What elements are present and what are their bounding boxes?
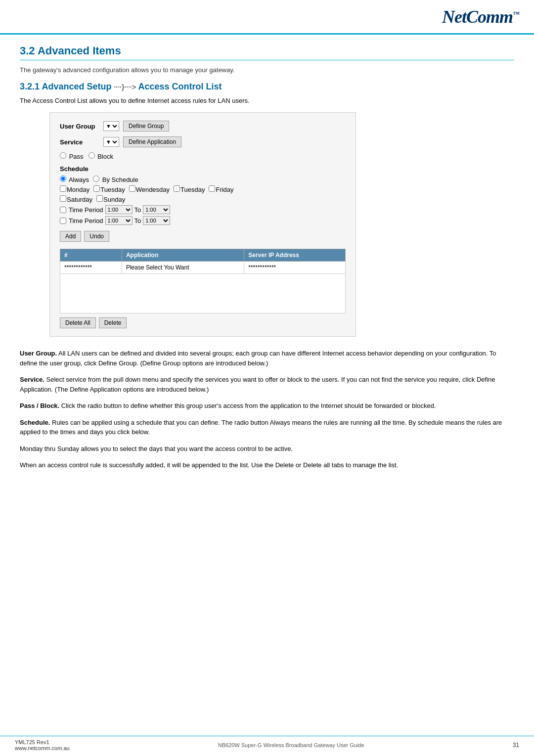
desc-user-group-text: All LAN users can be defined and divided… xyxy=(20,350,496,367)
col-server-ip: Server IP Address xyxy=(244,249,346,262)
add-button[interactable]: Add xyxy=(60,231,81,242)
time-period-label-1: Time Period xyxy=(69,206,103,214)
monday-checkbox-label[interactable]: Monday xyxy=(60,185,89,193)
service-select[interactable]: ▼ xyxy=(103,137,119,147)
service-label: Service xyxy=(60,138,99,146)
always-radio[interactable] xyxy=(60,176,66,182)
subsection-number: 3.2.1 xyxy=(20,82,40,91)
pass-label: Pass xyxy=(69,153,84,160)
time-period-label-2: Time Period xyxy=(69,217,103,224)
main-content: 3.2 Advanced Items The gateway's advance… xyxy=(0,35,534,497)
desc-pass-block-bold: Pass / Block. xyxy=(20,402,59,409)
logo-text: NetComm xyxy=(442,7,513,27)
time1-from-select[interactable]: 1:00 xyxy=(105,205,133,214)
desc-user-group-bold: User Group. xyxy=(20,350,57,357)
table-header-row: # Application Server IP Address xyxy=(60,249,346,262)
sunday-label: Sunday xyxy=(103,196,125,203)
acl-form-box: User Group ▼ Define Group Service ▼ Defi… xyxy=(49,112,356,337)
desc-service-bold: Service. xyxy=(20,376,44,383)
col-application: Application xyxy=(122,249,244,262)
friday-label: Friday xyxy=(216,186,233,193)
tuesday2-checkbox-label[interactable]: Tuesday xyxy=(174,185,205,193)
footer-center: NB620W Super-G Wireless Broadband Gatewa… xyxy=(218,742,364,748)
pass-block-row: Pass Block xyxy=(60,152,346,160)
section-number: 3.2 xyxy=(20,44,35,57)
by-schedule-label: By Schedule xyxy=(102,176,138,183)
desc-service: Service. Select service from the pull do… xyxy=(20,375,514,394)
pass-radio[interactable] xyxy=(60,152,66,159)
description-section: User Group. All LAN users can be defined… xyxy=(20,349,514,470)
section-title: Advanced Items xyxy=(38,44,121,57)
weekend-row: Saturday Sunday xyxy=(60,195,346,203)
monday-label: Monday xyxy=(67,186,89,193)
wednesday-checkbox-label[interactable]: Wendesday xyxy=(129,185,170,193)
define-group-button[interactable]: Define Group xyxy=(123,121,169,132)
time2-from-select[interactable]: 1:00 xyxy=(105,216,133,225)
tuesday1-checkbox[interactable] xyxy=(93,185,100,192)
to-label-2: To xyxy=(134,217,141,224)
monday-checkbox[interactable] xyxy=(60,185,66,192)
user-group-label: User Group xyxy=(60,123,99,130)
time2-checkbox[interactable] xyxy=(60,218,66,224)
delete-button[interactable]: Delete xyxy=(99,317,127,328)
saturday-label: Saturday xyxy=(67,196,92,203)
table-buttons: Delete All Delete xyxy=(60,317,346,328)
table-empty-row xyxy=(60,274,346,313)
wednesday-label: Wendesday xyxy=(136,186,170,193)
desc-when-added-text: When an access control rule is successfu… xyxy=(20,461,398,469)
desc-schedule-bold: Schedule. xyxy=(20,419,50,426)
wednesday-checkbox[interactable] xyxy=(129,185,135,192)
saturday-checkbox-label[interactable]: Saturday xyxy=(60,195,92,203)
friday-checkbox-label[interactable]: Friday xyxy=(209,185,233,193)
subsection-title: Advanced Setup xyxy=(42,82,111,91)
tuesday2-checkbox[interactable] xyxy=(174,185,180,192)
desc-monday-sunday-text: Monday thru Sunday allows you to select … xyxy=(20,445,293,452)
time-period-1-row: Time Period 1:00 To 1:00 xyxy=(60,205,346,214)
action-buttons: Add Undo xyxy=(60,231,346,242)
block-label: Block xyxy=(97,153,113,160)
time1-checkbox[interactable] xyxy=(60,207,66,213)
pass-radio-label[interactable]: Pass xyxy=(60,152,84,160)
desc-service-text: Select service from the pull down menu a… xyxy=(20,376,495,393)
user-group-row: User Group ▼ Define Group xyxy=(60,121,346,132)
undo-button[interactable]: Undo xyxy=(84,231,109,242)
always-radio-label[interactable]: Always xyxy=(60,176,89,183)
logo-tm: ™ xyxy=(513,10,519,18)
desc-user-group: User Group. All LAN users can be defined… xyxy=(20,349,514,368)
desc-monday-sunday: Monday thru Sunday allows you to select … xyxy=(20,444,514,454)
saturday-checkbox[interactable] xyxy=(60,195,66,202)
block-radio[interactable] xyxy=(89,152,95,159)
footer-website: www.netcomm.com.au xyxy=(15,745,70,751)
page-header: NetComm™ xyxy=(0,0,534,35)
delete-all-button[interactable]: Delete All xyxy=(60,317,96,328)
schedule-always-row: Always By Schedule xyxy=(60,176,346,183)
days-row: Monday Tuesday Wendesday Tuesday Friday xyxy=(60,185,346,193)
desc-pass-block: Pass / Block. Click the radio button to … xyxy=(20,401,514,411)
sunday-checkbox-label[interactable]: Sunday xyxy=(96,195,125,203)
time2-to-select[interactable]: 1:00 xyxy=(143,216,170,225)
user-group-select[interactable]: ▼ xyxy=(103,121,119,131)
by-schedule-radio[interactable] xyxy=(93,176,99,182)
footer-page-number: 31 xyxy=(513,742,519,749)
block-radio-label[interactable]: Block xyxy=(89,152,113,160)
sunday-checkbox[interactable] xyxy=(96,195,103,202)
netcomm-logo: NetComm™ xyxy=(442,6,519,27)
tuesday1-checkbox-label[interactable]: Tuesday xyxy=(93,185,125,193)
page-footer: YML725 Rev1 www.netcomm.com.au NB620W Su… xyxy=(0,736,534,751)
row-ip: ************ xyxy=(244,262,346,274)
schedule-heading: Schedule xyxy=(60,165,346,173)
define-application-button[interactable]: Define Application xyxy=(123,136,181,147)
table-row: ************ Please Select You Want ****… xyxy=(60,262,346,274)
acl-table: # Application Server IP Address ********… xyxy=(60,249,346,313)
friday-checkbox[interactable] xyxy=(209,185,215,192)
col-hash: # xyxy=(60,249,122,262)
row-app: Please Select You Want xyxy=(122,262,244,274)
subsection-subtitle: Access Control List xyxy=(138,82,222,91)
by-schedule-radio-label[interactable]: By Schedule xyxy=(93,176,138,183)
acl-intro-text: The Access Control List allows you to de… xyxy=(20,97,514,104)
desc-pass-block-text: Click the radio button to define whether… xyxy=(59,402,436,409)
schedule-section: Schedule Always By Schedule Monday Tuesd… xyxy=(60,165,346,225)
service-row: Service ▼ Define Application xyxy=(60,136,346,147)
footer-left: YML725 Rev1 www.netcomm.com.au xyxy=(15,739,70,751)
time1-to-select[interactable]: 1:00 xyxy=(143,205,170,214)
